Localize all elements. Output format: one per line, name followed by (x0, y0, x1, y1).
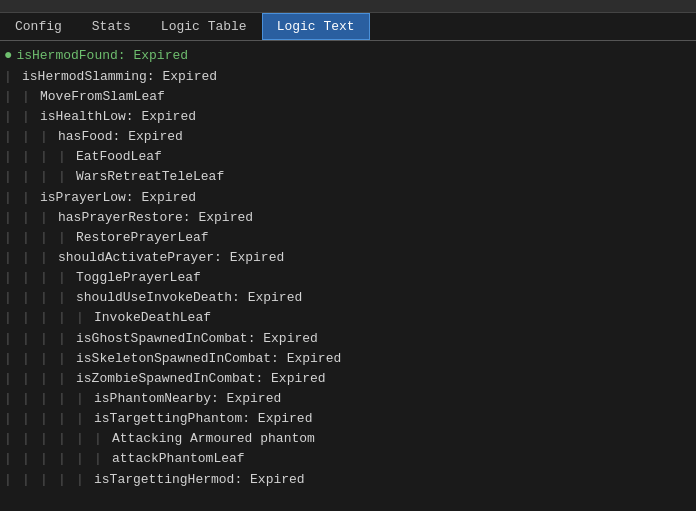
node-label: isGhostSpawnedInCombat: Expired (76, 329, 318, 349)
nav-tabs: ConfigStatsLogic TableLogic Text (0, 13, 696, 41)
tree-row: ||isHealthLow: Expired (0, 107, 696, 127)
tree-row: |||hasPrayerRestore: Expired (0, 208, 696, 228)
node-label: TogglePrayerLeaf (76, 268, 201, 288)
tree-pipe: | (4, 107, 22, 127)
tree-pipe: | (22, 429, 40, 449)
tree-pipe: | (58, 329, 76, 349)
node-label: hasFood: Expired (58, 127, 183, 147)
tree-pipe: | (22, 107, 40, 127)
node-label: isTargettingPhantom: Expired (94, 409, 312, 429)
tree-pipe: | (4, 409, 22, 429)
tree-pipe: | (40, 329, 58, 349)
tree-row: |||||isPhantomNearby: Expired (0, 389, 696, 409)
root-dot: ● (4, 45, 12, 67)
tree-row: |||||isTargettingHermod: Expired (0, 470, 696, 490)
tree-pipe: | (58, 369, 76, 389)
node-label: isZombieSpawnedInCombat: Expired (76, 369, 326, 389)
tree-pipe: | (22, 308, 40, 328)
tree-pipe: | (40, 369, 58, 389)
node-label: shouldActivatePrayer: Expired (58, 248, 284, 268)
tab-logic-text[interactable]: Logic Text (262, 13, 370, 40)
tree-pipe: | (22, 167, 40, 187)
tree-row: ||||||attackPhantomLeaf (0, 449, 696, 469)
tree-pipe: | (76, 429, 94, 449)
tree-row: |||||isTargettingPhantom: Expired (0, 409, 696, 429)
node-label: InvokeDeathLeaf (94, 308, 211, 328)
tree-pipe: | (58, 167, 76, 187)
tab-stats[interactable]: Stats (77, 13, 146, 40)
tree-pipe: | (4, 490, 22, 494)
tree-pipe: | (58, 288, 76, 308)
tree-pipe: | (40, 409, 58, 429)
tree-pipe: | (4, 208, 22, 228)
tree-row: ||||||Expired... Attacking Hermod, the S… (0, 490, 696, 494)
tree-pipe: | (40, 490, 58, 494)
tree-pipe: | (58, 409, 76, 429)
tree-pipe: | (4, 349, 22, 369)
tree-pipe: | (58, 228, 76, 248)
tree-pipe: | (40, 268, 58, 288)
tree-pipe: | (4, 268, 22, 288)
tree-pipe: | (40, 147, 58, 167)
node-label: isHermodSlamming: Expired (22, 67, 217, 87)
tree-row: ||||shouldUseInvokeDeath: Expired (0, 288, 696, 308)
tree-pipe: | (40, 127, 58, 147)
tree-pipe: | (22, 208, 40, 228)
tree-row: ||||TogglePrayerLeaf (0, 268, 696, 288)
tree-row: ||||WarsRetreatTeleLeaf (0, 167, 696, 187)
tree-pipe: | (22, 409, 40, 429)
tree-pipe: | (4, 228, 22, 248)
tree-pipe: | (4, 389, 22, 409)
node-label: isHealthLow: Expired (40, 107, 196, 127)
tree-pipe: | (40, 429, 58, 449)
tree-pipe: | (40, 389, 58, 409)
tab-config[interactable]: Config (0, 13, 77, 40)
tree-pipe: | (4, 369, 22, 389)
tree-pipe: | (4, 127, 22, 147)
tree-pipe: | (58, 470, 76, 490)
tree-pipe: | (76, 449, 94, 469)
node-label: isPrayerLow: Expired (40, 188, 196, 208)
tree-pipe: | (4, 67, 22, 87)
tree-pipe: | (4, 470, 22, 490)
tree-pipe: | (40, 449, 58, 469)
node-label: EatFoodLeaf (76, 147, 162, 167)
tab-logic-table[interactable]: Logic Table (146, 13, 262, 40)
tree-pipe: | (40, 228, 58, 248)
tree-pipe: | (76, 308, 94, 328)
node-label: Attacking Armoured phantom (112, 429, 315, 449)
tree-pipe: | (22, 449, 40, 469)
tree-pipe: | (22, 188, 40, 208)
node-label: Expired... Attacking Hermod, the Spirit … (112, 490, 494, 494)
tree-pipe: | (58, 349, 76, 369)
tree-row: |||shouldActivatePrayer: Expired (0, 248, 696, 268)
tree-pipe: | (22, 228, 40, 248)
tree-pipe: | (22, 87, 40, 107)
tree-pipe: | (22, 369, 40, 389)
tree-pipe: | (22, 470, 40, 490)
tree-pipe: | (22, 288, 40, 308)
tree-pipe: | (76, 409, 94, 429)
tree-pipe: | (22, 127, 40, 147)
tree-pipe: | (40, 349, 58, 369)
tree-pipe: | (4, 147, 22, 167)
tree-row: ||MoveFromSlamLeaf (0, 87, 696, 107)
tree-pipe: | (58, 308, 76, 328)
node-label: RestorePrayerLeaf (76, 228, 209, 248)
tree-pipe: | (4, 449, 22, 469)
tree-pipe: | (58, 429, 76, 449)
tree-row: |||hasFood: Expired (0, 127, 696, 147)
tree-pipe: | (94, 490, 112, 494)
tree-pipe: | (76, 470, 94, 490)
tree-pipe: | (22, 329, 40, 349)
tree-pipe: | (40, 470, 58, 490)
tree-pipe: | (22, 248, 40, 268)
tree-pipe: | (94, 449, 112, 469)
node-label: attackPhantomLeaf (112, 449, 245, 469)
tree-pipe: | (4, 248, 22, 268)
tree-row: ||||RestorePrayerLeaf (0, 228, 696, 248)
tree-pipe: | (58, 449, 76, 469)
tree-pipe: | (22, 389, 40, 409)
tree-pipe: | (4, 308, 22, 328)
tree-pipe: | (76, 389, 94, 409)
